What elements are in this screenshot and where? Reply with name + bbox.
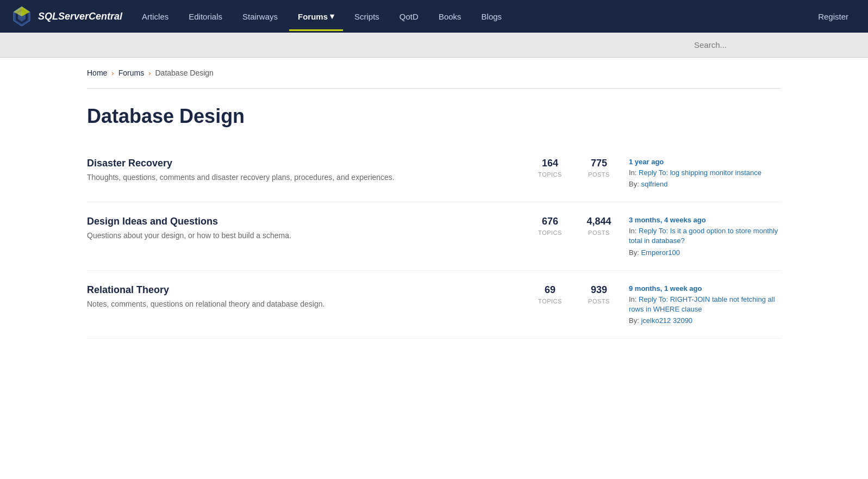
forum-item: Design Ideas and Questions Questions abo… bbox=[87, 202, 781, 270]
posts-count: 4,844 bbox=[580, 216, 618, 227]
posts-label: POSTS bbox=[588, 229, 610, 236]
forum-last-activity: 3 months, 4 weeks ago In: Reply To: Is i… bbox=[629, 216, 781, 256]
last-post-link[interactable]: Reply To: log shipping monitor instance bbox=[639, 169, 761, 177]
nav-item-forums[interactable]: Forums ▾ bbox=[289, 2, 343, 31]
last-by: By: Emperor100 bbox=[629, 248, 781, 257]
last-in: In: Reply To: Is it a good option to sto… bbox=[629, 226, 781, 246]
last-by-user[interactable]: jcelko212 32090 bbox=[641, 316, 692, 325]
register-link[interactable]: Register bbox=[809, 2, 857, 31]
last-time: 9 months, 1 week ago bbox=[629, 284, 781, 293]
breadcrumb: Home › Forums › Database Design bbox=[0, 58, 868, 88]
topics-label: TOPICS bbox=[538, 171, 562, 178]
nav-item-stairways[interactable]: Stairways bbox=[234, 2, 286, 31]
posts-count: 939 bbox=[580, 284, 618, 296]
breadcrumb-home[interactable]: Home bbox=[87, 69, 107, 77]
logo-text: SQLServerCentral bbox=[38, 11, 122, 22]
nav-item-blogs[interactable]: Blogs bbox=[473, 2, 511, 31]
forum-desc: Questions about your design, or how to b… bbox=[87, 231, 520, 241]
nav-item-scripts[interactable]: Scripts bbox=[346, 2, 388, 31]
forum-posts: 939 POSTS bbox=[580, 284, 618, 306]
topics-count: 164 bbox=[531, 158, 569, 169]
forum-item: Disaster Recovery Thoughts, questions, c… bbox=[87, 144, 781, 202]
forum-posts: 775 POSTS bbox=[580, 158, 618, 179]
forum-posts: 4,844 POSTS bbox=[580, 216, 618, 237]
forum-desc: Notes, comments, questions on relational… bbox=[87, 299, 520, 310]
last-by-user[interactable]: sqlfriend bbox=[641, 180, 667, 188]
forum-name[interactable]: Design Ideas and Questions bbox=[87, 216, 520, 227]
forum-info: Relational Theory Notes, comments, quest… bbox=[87, 284, 520, 310]
forum-last-activity: 9 months, 1 week ago In: Reply To: RIGHT… bbox=[629, 284, 781, 325]
forum-topics: 676 TOPICS bbox=[531, 216, 569, 237]
topics-label: TOPICS bbox=[538, 229, 562, 236]
nav-items: Articles Editorials Stairways Forums ▾ S… bbox=[133, 2, 809, 31]
forum-info: Disaster Recovery Thoughts, questions, c… bbox=[87, 158, 520, 183]
topics-count: 676 bbox=[531, 216, 569, 227]
logo-icon bbox=[11, 5, 33, 27]
breadcrumb-sep-1: › bbox=[111, 69, 114, 77]
nav-item-articles[interactable]: Articles bbox=[133, 2, 177, 31]
last-by: By: sqlfriend bbox=[629, 180, 781, 188]
last-in: In: Reply To: log shipping monitor insta… bbox=[629, 168, 781, 178]
search-input[interactable] bbox=[694, 40, 857, 49]
forum-topics: 164 TOPICS bbox=[531, 158, 569, 179]
forum-info: Design Ideas and Questions Questions abo… bbox=[87, 216, 520, 241]
last-by-user[interactable]: Emperor100 bbox=[641, 248, 680, 257]
forum-topics: 69 TOPICS bbox=[531, 284, 569, 306]
navbar: SQLServerCentral Articles Editorials Sta… bbox=[0, 0, 868, 33]
last-time: 3 months, 4 weeks ago bbox=[629, 216, 781, 224]
last-by: By: jcelko212 32090 bbox=[629, 316, 781, 325]
breadcrumb-current: Database Design bbox=[155, 69, 214, 77]
forum-name[interactable]: Relational Theory bbox=[87, 284, 520, 296]
last-post-link[interactable]: Reply To: RIGHT-JOIN table not fetching … bbox=[629, 295, 775, 313]
nav-item-qotd[interactable]: QotD bbox=[391, 2, 427, 31]
forum-desc: Thoughts, questions, comments and disast… bbox=[87, 172, 520, 183]
forums-list: Disaster Recovery Thoughts, questions, c… bbox=[87, 144, 781, 339]
breadcrumb-forums[interactable]: Forums bbox=[118, 69, 144, 77]
topics-count: 69 bbox=[531, 284, 569, 296]
nav-item-books[interactable]: Books bbox=[430, 2, 470, 31]
main-content: Database Design Disaster Recovery Though… bbox=[0, 89, 868, 355]
topics-label: TOPICS bbox=[538, 298, 562, 304]
posts-count: 775 bbox=[580, 158, 618, 169]
last-time: 1 year ago bbox=[629, 158, 781, 166]
search-bar bbox=[0, 33, 868, 58]
last-post-link[interactable]: Reply To: Is it a good option to store m… bbox=[629, 227, 778, 245]
forum-name[interactable]: Disaster Recovery bbox=[87, 158, 520, 169]
breadcrumb-sep-2: › bbox=[148, 69, 151, 77]
chevron-down-icon: ▾ bbox=[330, 11, 334, 21]
nav-item-editorials[interactable]: Editorials bbox=[180, 2, 231, 31]
forum-last-activity: 1 year ago In: Reply To: log shipping mo… bbox=[629, 158, 781, 188]
last-in: In: Reply To: RIGHT-JOIN table not fetch… bbox=[629, 295, 781, 314]
forum-item: Relational Theory Notes, comments, quest… bbox=[87, 271, 781, 339]
posts-label: POSTS bbox=[588, 171, 610, 178]
logo[interactable]: SQLServerCentral bbox=[11, 5, 122, 27]
posts-label: POSTS bbox=[588, 298, 610, 304]
page-title: Database Design bbox=[87, 105, 781, 128]
